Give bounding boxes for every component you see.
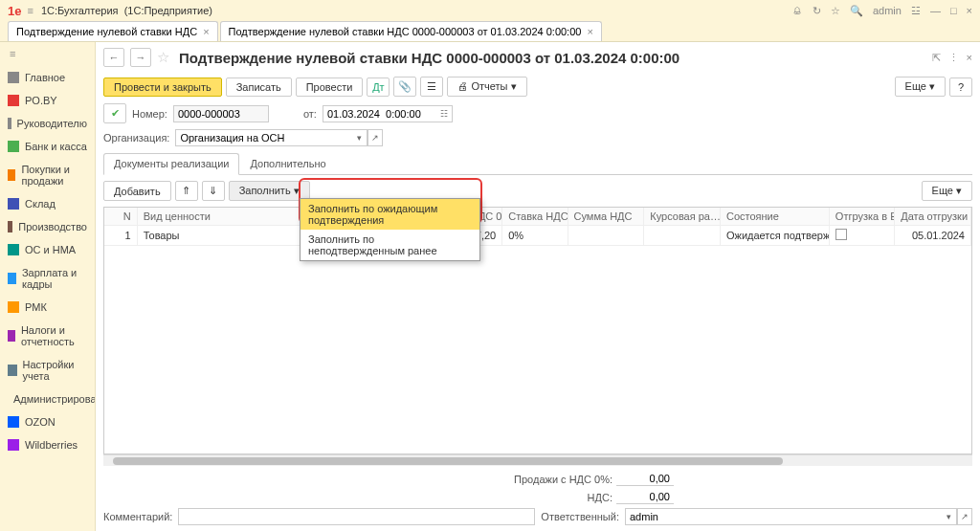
reports-button[interactable]: 🖨 Отчеты ▾	[447, 77, 526, 97]
main-menu-icon[interactable]: ≡	[27, 5, 33, 16]
options-icon[interactable]: ☳	[911, 5, 921, 17]
cell-value-type[interactable]: Товары	[137, 226, 301, 246]
tab-documents[interactable]: Документы реализации	[103, 153, 239, 175]
close-form-icon[interactable]: ×	[967, 52, 972, 64]
fill-by-pending-item[interactable]: Заполнить по ожидающим подтверждения	[301, 199, 479, 230]
col-vat-rate[interactable]: Ставка НДС	[502, 208, 568, 226]
sidebar-item-rmk[interactable]: РМК	[0, 296, 95, 319]
horizontal-scrollbar[interactable]	[103, 454, 972, 466]
col-ship-date[interactable]: Дата отгрузки	[895, 208, 971, 226]
number-field[interactable]	[173, 105, 269, 122]
comment-field[interactable]	[178, 508, 535, 525]
responsible-field[interactable]	[625, 508, 942, 525]
sidebar-item-label: Производство	[18, 221, 87, 232]
fill-button[interactable]: Заполнить ▾	[229, 181, 310, 201]
add-row-button[interactable]: Добавить	[103, 181, 171, 201]
sidebar-item-wildberries[interactable]: Wildberries	[0, 433, 95, 456]
col-value-type[interactable]: Вид ценности	[137, 208, 301, 226]
structure-button[interactable]: ☰	[420, 77, 443, 97]
sidebar-item-admin[interactable]: Администрирование	[0, 387, 95, 410]
favorite-toggle-icon[interactable]: ☆	[157, 49, 169, 66]
nav-forward-button[interactable]: →	[130, 48, 151, 67]
sidebar-item-salary[interactable]: Зарплата и кадры	[0, 261, 95, 296]
window-tab[interactable]: Подтверждение нулевой ставки НДС 0000-00…	[220, 21, 602, 41]
close-tab-icon[interactable]: ×	[203, 26, 209, 37]
link-icon[interactable]: ⇱	[932, 52, 941, 64]
move-up-button[interactable]: ⇑	[175, 181, 198, 201]
sidebar-item-assets[interactable]: ОС и НМА	[0, 238, 95, 261]
nav-back-button[interactable]: ←	[103, 48, 124, 67]
sidebar-item-label: Wildberries	[25, 439, 78, 451]
open-ref-icon[interactable]: ↗	[957, 508, 972, 525]
cell-vat-sum[interactable]	[568, 226, 644, 246]
dropdown-icon[interactable]: ▾	[352, 129, 368, 146]
col-state[interactable]: Состояние	[720, 208, 829, 226]
dropdown-icon[interactable]: ▾	[942, 508, 957, 525]
cell-eaes[interactable]	[829, 226, 894, 246]
cell-fx[interactable]	[644, 226, 721, 246]
favorites-icon[interactable]: ☆	[831, 5, 840, 17]
cell-ship-date[interactable]: 05.01.2024	[895, 226, 971, 246]
scrollbar-thumb[interactable]	[113, 457, 783, 465]
sidebar: ≡ Главное PO.BY Руководителю Банк и касс…	[0, 42, 96, 531]
notification-icon[interactable]: 🕭	[792, 5, 803, 16]
kebab-icon[interactable]: ⋮	[948, 52, 959, 64]
number-label: Номер:	[132, 108, 167, 120]
eaes-checkbox[interactable]	[835, 229, 847, 240]
tab-label: Подтверждение нулевой ставки НДС	[16, 26, 197, 37]
maximize-icon[interactable]: □	[950, 5, 957, 16]
search-icon[interactable]: 🔍	[850, 5, 863, 17]
sales-total-label: Продажи с НДС 0%:	[402, 474, 612, 485]
table-row[interactable]: 1 Товары верждена ставка 0% 4 477,20 0% …	[104, 226, 971, 246]
cell-state[interactable]: Ожидается подтверждени…	[720, 226, 829, 246]
sidebar-toggle-icon[interactable]: ≡	[0, 42, 95, 66]
sidebar-item-label: PO.BY	[25, 95, 57, 106]
sidebar-item-label: Зарплата и кадры	[22, 267, 87, 290]
sidebar-item-settings[interactable]: Настройки учета	[0, 353, 95, 387]
sidebar-item-ozon[interactable]: OZON	[0, 410, 95, 433]
cell-n[interactable]: 1	[104, 226, 137, 246]
help-button[interactable]: ?	[949, 77, 972, 97]
close-tab-icon[interactable]: ×	[587, 26, 592, 37]
fill-by-unconfirmed-item[interactable]: Заполнить по неподтвержденным ранее	[301, 230, 479, 260]
dt-button[interactable]: Дт	[367, 77, 390, 97]
sidebar-item-bank[interactable]: Банк и касса	[0, 135, 95, 158]
post-button[interactable]: Провести	[296, 77, 364, 97]
org-field[interactable]	[175, 129, 352, 146]
table-more-button[interactable]: Еще ▾	[922, 181, 972, 201]
sidebar-item-main[interactable]: Главное	[0, 66, 95, 89]
sidebar-item-poby[interactable]: PO.BY	[0, 89, 95, 112]
open-ref-icon[interactable]: ↗	[368, 129, 383, 146]
minimize-icon[interactable]: —	[930, 5, 941, 16]
user-name[interactable]: admin	[873, 5, 902, 16]
more-button[interactable]: Еще ▾	[895, 77, 946, 97]
sidebar-item-taxes[interactable]: Налоги и отчетность	[0, 319, 95, 353]
col-eaes[interactable]: Отгрузка в ЕАЭС	[829, 208, 894, 226]
title-right: 🕭 ↻ ☆ 🔍 admin ☳ — □ ×	[792, 5, 972, 17]
col-vat-sum[interactable]: Сумма НДС	[568, 208, 644, 226]
write-button[interactable]: Записать	[226, 77, 292, 97]
cell-vat-rate[interactable]: 0%	[502, 226, 568, 246]
date-field[interactable]	[323, 105, 437, 122]
posted-icon[interactable]: ✔	[103, 103, 126, 123]
history-icon[interactable]: ↻	[813, 5, 821, 17]
sidebar-item-manager[interactable]: Руководителю	[0, 112, 95, 135]
post-and-close-button[interactable]: Провести и закрыть	[103, 77, 222, 97]
sidebar-item-label: ОС и НМА	[25, 244, 76, 255]
command-bar: Провести и закрыть Записать Провести Дт …	[96, 73, 980, 100]
window-tab[interactable]: Подтверждение нулевой ставки НДС ×	[8, 21, 218, 41]
sidebar-item-production[interactable]: Производство	[0, 215, 95, 238]
move-down-button[interactable]: ⇓	[202, 181, 225, 201]
sidebar-item-warehouse[interactable]: Склад	[0, 192, 95, 215]
document-title: Подтверждение нулевой ставки НДС 0000-00…	[179, 50, 926, 66]
table-toolbar: Добавить ⇑ ⇓ Заполнить ▾ Еще ▾ Заполнить…	[96, 175, 980, 207]
col-fx[interactable]: Курсовая ра…	[644, 208, 721, 226]
fill-dropdown: Заполнить по ожидающим подтверждения Зап…	[300, 198, 480, 261]
attach-button[interactable]: 📎	[393, 77, 416, 97]
col-n[interactable]: N	[104, 208, 137, 226]
documents-table[interactable]: N Вид ценности тие Продажи с НДС 0% Став…	[103, 207, 972, 454]
calendar-icon[interactable]: ☷	[437, 105, 453, 122]
tab-additional[interactable]: Дополнительно	[239, 153, 336, 174]
close-app-icon[interactable]: ×	[967, 5, 972, 16]
sidebar-item-sales[interactable]: Покупки и продажи	[0, 158, 95, 192]
